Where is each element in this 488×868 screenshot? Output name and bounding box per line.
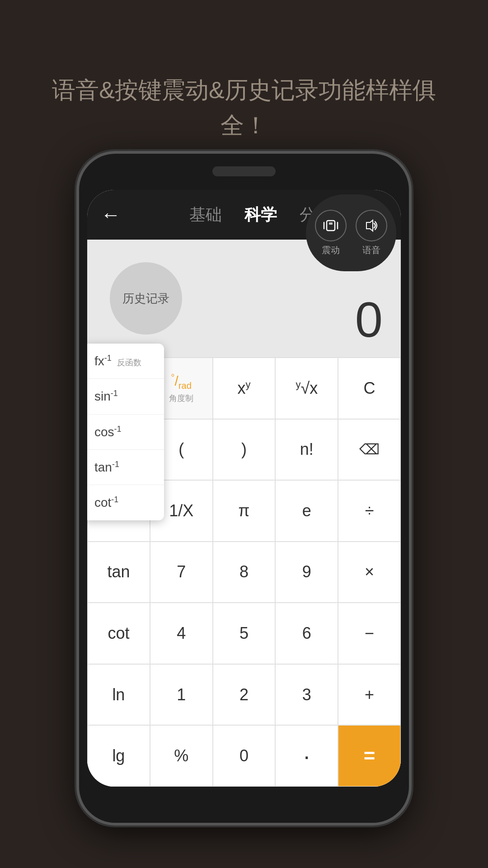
key-label: + bbox=[365, 685, 374, 704]
key-4-r4c1[interactable]: 4 bbox=[150, 603, 213, 664]
key-label: ln bbox=[112, 685, 125, 704]
key-label: lg bbox=[112, 746, 125, 765]
key-6-r4c3[interactable]: 6 bbox=[275, 603, 338, 664]
key-_-r1c4[interactable]: ⌫ bbox=[338, 419, 401, 481]
key-7-r3c1[interactable]: 7 bbox=[150, 542, 213, 603]
svg-marker-4 bbox=[366, 220, 373, 231]
key-label: xy bbox=[237, 379, 250, 398]
svg-rect-1 bbox=[329, 222, 333, 225]
key-label: °/rad bbox=[171, 373, 192, 391]
back-button[interactable]: ← bbox=[101, 203, 121, 226]
key-e-r2c3[interactable]: e bbox=[275, 480, 338, 542]
key-8-r3c2[interactable]: 8 bbox=[213, 542, 276, 603]
tab-basic[interactable]: 基础 bbox=[189, 204, 222, 226]
dropdown-item-sin-inv[interactable]: sin-1 bbox=[87, 379, 164, 414]
popup-menu: 震动 语音 bbox=[306, 194, 396, 271]
key-_-r6c3[interactable]: · bbox=[275, 725, 338, 787]
vibrate-option[interactable]: 震动 bbox=[315, 210, 347, 256]
dropdown-item-cot-inv[interactable]: cot-1 bbox=[87, 485, 164, 520]
key-x_-r0c2[interactable]: xy bbox=[213, 358, 276, 419]
key-__x-r0c3[interactable]: y√x bbox=[275, 358, 338, 419]
key-label: − bbox=[365, 624, 374, 643]
key-tan-r3c0[interactable]: tan bbox=[87, 542, 150, 603]
key-sublabel: 角度制 bbox=[169, 393, 193, 404]
key-label: 0 bbox=[239, 746, 249, 765]
key-_-r3c4[interactable]: × bbox=[338, 542, 401, 603]
voice-icon bbox=[356, 210, 387, 241]
dropdown-item-cos-inv[interactable]: cos-1 bbox=[87, 415, 164, 450]
key-label: y√x bbox=[296, 379, 318, 398]
key-0-r6c2[interactable]: 0 bbox=[213, 725, 276, 787]
tab-science[interactable]: 科学 bbox=[244, 204, 277, 226]
key-label: ( bbox=[178, 440, 184, 459]
history-button[interactable]: 历史记录 bbox=[110, 262, 182, 335]
voice-option[interactable]: 语音 bbox=[356, 210, 387, 256]
key-label: C bbox=[364, 379, 375, 398]
key-9-r3c3[interactable]: 9 bbox=[275, 542, 338, 603]
key-label: 9 bbox=[302, 562, 311, 581]
key-label: n! bbox=[300, 440, 314, 459]
key-label: × bbox=[365, 562, 374, 581]
key-label: ) bbox=[241, 440, 247, 459]
phone-speaker bbox=[212, 166, 276, 176]
key-label: ⌫ bbox=[359, 441, 380, 458]
key-label: 1/X bbox=[169, 501, 193, 520]
key-_-r6c4[interactable]: = bbox=[338, 725, 401, 787]
key-1-r5c1[interactable]: 1 bbox=[150, 664, 213, 726]
phone-screen: ← 基础 科学 分数 bbox=[87, 190, 401, 787]
key-label: π bbox=[239, 501, 250, 520]
key-label: tan bbox=[107, 562, 130, 581]
key-label: ÷ bbox=[365, 501, 374, 520]
key-label: cot bbox=[108, 624, 129, 643]
key-ln-r5c0[interactable]: ln bbox=[87, 664, 150, 726]
key-_-r2c2[interactable]: π bbox=[213, 480, 276, 542]
key-_-r6c1[interactable]: % bbox=[150, 725, 213, 787]
nav-bar: ← 基础 科学 分数 bbox=[87, 190, 401, 240]
key-_-r2c4[interactable]: ÷ bbox=[338, 480, 401, 542]
key-label: % bbox=[174, 746, 188, 765]
key-_-r1c2[interactable]: ) bbox=[213, 419, 276, 481]
svg-rect-0 bbox=[327, 221, 335, 231]
key-_-r4c4[interactable]: − bbox=[338, 603, 401, 664]
key-label: 5 bbox=[239, 624, 249, 643]
key-label: 3 bbox=[302, 685, 311, 704]
dropdown-item-fx-inv[interactable]: fx-1 反函数 bbox=[87, 344, 164, 379]
key-label: 7 bbox=[177, 562, 186, 581]
key-label: e bbox=[302, 501, 311, 520]
vibrate-icon bbox=[315, 210, 347, 241]
key-label: · bbox=[304, 742, 310, 769]
phone-frame: ← 基础 科学 分数 bbox=[79, 154, 409, 823]
display-value: 0 bbox=[355, 291, 383, 348]
key-cot-r4c0[interactable]: cot bbox=[87, 603, 150, 664]
promo-line1: 语音&按键震动&历史记录功能样样俱全！ bbox=[36, 72, 452, 143]
dropdown-item-tan-inv[interactable]: tan-1 bbox=[87, 450, 164, 485]
key-2-r5c2[interactable]: 2 bbox=[213, 664, 276, 726]
key-lg-r6c0[interactable]: lg bbox=[87, 725, 150, 787]
key-5-r4c2[interactable]: 5 bbox=[213, 603, 276, 664]
voice-label: 语音 bbox=[362, 244, 380, 256]
key-label: = bbox=[364, 745, 375, 767]
key-label: 4 bbox=[177, 624, 186, 643]
key-n_-r1c3[interactable]: n! bbox=[275, 419, 338, 481]
key-label: 2 bbox=[239, 685, 249, 704]
key-label: 8 bbox=[239, 562, 249, 581]
key-C-r0c4[interactable]: C bbox=[338, 358, 401, 419]
key-3-r5c3[interactable]: 3 bbox=[275, 664, 338, 726]
vibrate-label: 震动 bbox=[322, 244, 340, 256]
key-label: 1 bbox=[177, 685, 186, 704]
dropdown-popup: fx-1 反函数 sin-1 cos-1 tan-1 cot-1 bbox=[87, 344, 164, 520]
key-label: 6 bbox=[302, 624, 311, 643]
key-_-r5c4[interactable]: + bbox=[338, 664, 401, 726]
